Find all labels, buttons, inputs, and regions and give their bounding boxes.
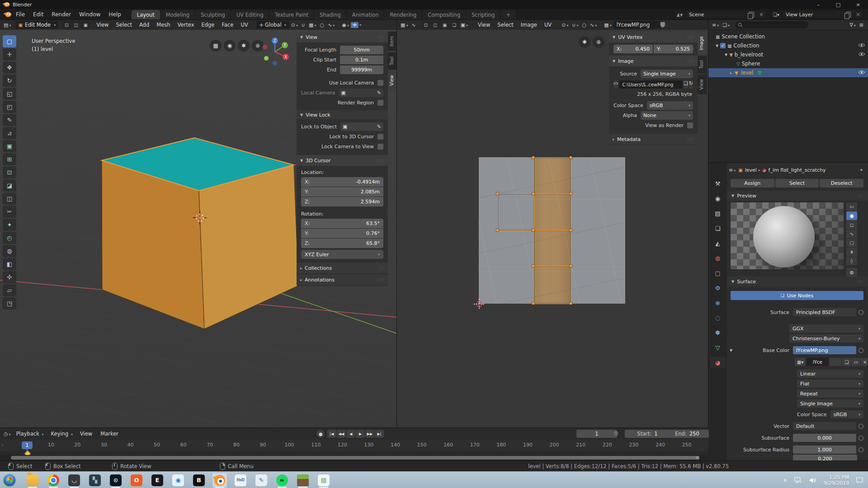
pan-view-icon[interactable]: ✱ bbox=[579, 36, 590, 48]
playhead-frame-badge[interactable]: 1 bbox=[22, 441, 33, 449]
current-frame-field[interactable]: 1 bbox=[576, 430, 617, 438]
cursor-location-x[interactable]: X:-0.4914m bbox=[301, 177, 383, 187]
view-lock-header[interactable]: ▼View Lock bbox=[297, 110, 388, 119]
zoom-view-icon[interactable]: ⊕ bbox=[593, 36, 604, 48]
image-datablock-icon[interactable]: ▭ bbox=[613, 80, 618, 89]
interpolation-dropdown[interactable]: Linear▾ bbox=[797, 370, 863, 378]
viewport-menu-add[interactable]: Add bbox=[136, 21, 153, 29]
tool-rip-region[interactable]: ◳ bbox=[3, 297, 16, 310]
uv-face-0[interactable] bbox=[533, 157, 571, 194]
tool-transform[interactable]: ◰ bbox=[3, 101, 16, 113]
cursor-rotation-z[interactable]: Z:65.8° bbox=[301, 239, 383, 248]
transport-button-prev-keyframe[interactable]: ◀◀ bbox=[337, 430, 346, 438]
cursor-location-y[interactable]: Y:2.085m bbox=[301, 187, 383, 197]
surface-shader-field[interactable]: Principled BSDF bbox=[793, 308, 856, 316]
uv-vertex-11[interactable] bbox=[570, 302, 572, 305]
menu-item-window[interactable]: Window bbox=[75, 10, 104, 19]
frame-end-field[interactable]: End:250 bbox=[665, 430, 709, 438]
new-scene-icon[interactable] bbox=[749, 12, 754, 18]
properties-tab-data[interactable]: ▽ bbox=[710, 342, 726, 353]
expand-icon[interactable]: ▼ bbox=[725, 53, 727, 57]
properties-tab-world[interactable]: ◍ bbox=[710, 253, 726, 263]
outliner-row-collection[interactable]: ▼ ✓ ▦ Collection bbox=[708, 41, 868, 50]
cursor-panel-header[interactable]: ▼3D Cursor:::: bbox=[297, 155, 388, 166]
minimize-button[interactable]: – bbox=[808, 0, 828, 9]
network-icon[interactable] bbox=[794, 477, 802, 483]
image-source-dropdown[interactable]: Single Image▾ bbox=[641, 70, 693, 78]
proportional-falloff-icon[interactable]: ∿▾ bbox=[588, 22, 599, 28]
image-panel-header[interactable]: ▼Image:::: bbox=[609, 56, 698, 66]
viewport-menu-view[interactable]: View bbox=[93, 21, 112, 29]
cursor-rotation-y[interactable]: Y:0.76° bbox=[301, 229, 383, 238]
menu-item-file[interactable]: File bbox=[12, 10, 29, 19]
subsurface-radius-slider-1[interactable]: 1.000 bbox=[793, 446, 856, 454]
subsurface-method-dropdown[interactable]: Christensen-Burley▾ bbox=[789, 334, 863, 343]
outliner-row-b-levelroot[interactable]: ▼ ▼ b_levelroot bbox=[708, 50, 868, 59]
uv-vertex-1[interactable] bbox=[570, 156, 572, 159]
new-collection-icon[interactable]: ⊞ bbox=[858, 22, 865, 28]
menu-item-help[interactable]: Help bbox=[104, 10, 125, 19]
workspace-tab-texture-paint[interactable]: Texture Paint bbox=[269, 10, 314, 20]
image-browse-icon[interactable]: ▦▾ bbox=[602, 22, 613, 28]
workspace-tab-layout[interactable]: Layout bbox=[132, 10, 160, 20]
select-mode-face[interactable]: ▣ bbox=[81, 21, 90, 29]
filter-funnel-icon[interactable]: ∇▾ bbox=[848, 22, 857, 28]
gizmo-toggle-icon[interactable]: ✛ bbox=[351, 22, 359, 28]
tool-measure[interactable]: ⊿ bbox=[3, 127, 16, 139]
lock-to-3d-cursor-checkbox[interactable] bbox=[377, 134, 383, 140]
preview-type-preview-cube[interactable]: ◻ bbox=[846, 221, 857, 229]
record-button[interactable]: ● bbox=[316, 430, 325, 438]
properties-tab-constraints[interactable]: ⊗ bbox=[710, 297, 726, 308]
workspace-tab-shading[interactable]: Shading bbox=[314, 10, 347, 20]
image-source-dropdown[interactable]: Single Image▾ bbox=[797, 399, 863, 408]
taskbar-app-origin[interactable]: O bbox=[129, 473, 144, 488]
expand-icon[interactable]: ▸ bbox=[730, 71, 732, 75]
vector-field[interactable]: Default bbox=[793, 422, 856, 430]
visibility-dropdown-icon[interactable]: ◉▾ bbox=[340, 22, 351, 28]
render-region-checkbox[interactable] bbox=[377, 100, 383, 106]
projection-dropdown[interactable]: Flat▾ bbox=[797, 380, 863, 388]
timeline-scrollbar[interactable] bbox=[0, 455, 708, 460]
outliner-row-level[interactable]: ▸ ▼ level ▽ bbox=[708, 68, 868, 77]
transport-button-jump-to-end[interactable]: ▶| bbox=[375, 430, 384, 438]
timeline-menu-keying[interactable]: Keying ▾ bbox=[47, 430, 76, 438]
tool-scale[interactable]: ◱ bbox=[3, 88, 16, 100]
maximize-button[interactable]: □ bbox=[828, 0, 848, 9]
gizmo-dropdown-icon[interactable]: ▾ bbox=[359, 23, 361, 27]
viewport-menu-uv[interactable]: UV bbox=[237, 21, 251, 29]
tool-smooth[interactable]: ◍ bbox=[3, 245, 16, 257]
taskbar-clock[interactable]: 1:25 PM 9/29/2019 bbox=[824, 474, 849, 486]
editor-type-icon[interactable]: ▦▾ bbox=[399, 22, 410, 28]
tool-rotate[interactable]: ↻ bbox=[3, 75, 16, 87]
tool-loop-cut[interactable]: ◫ bbox=[3, 192, 16, 205]
proportional-editing-icon[interactable]: ○ bbox=[318, 22, 326, 28]
transport-button-jump-to-start[interactable]: |◀ bbox=[327, 430, 336, 438]
timeline-menu-view[interactable]: View bbox=[76, 430, 97, 438]
fake-user-shield-icon[interactable] bbox=[829, 358, 842, 366]
taskbar-app-spotify[interactable]: ≈ bbox=[275, 473, 289, 488]
select-mode-edge[interactable]: ◫ bbox=[71, 21, 80, 29]
local-camera-field[interactable]: ▣✎ bbox=[339, 89, 383, 97]
expand-icon[interactable]: ▼ bbox=[716, 44, 718, 48]
tool-annotate[interactable]: ✎ bbox=[3, 114, 16, 126]
menu-item-render[interactable]: Render bbox=[47, 10, 75, 19]
uv-face-4[interactable] bbox=[497, 193, 534, 231]
mode-dropdown[interactable]: ▣ Edit Mode ▾ bbox=[15, 21, 58, 29]
taskbar-app-ubisoft[interactable]: ◉ bbox=[171, 473, 185, 488]
uv-menu-image[interactable]: Image bbox=[517, 21, 541, 29]
uv-vertex-0[interactable] bbox=[532, 156, 534, 159]
hide-eye-icon[interactable] bbox=[858, 42, 865, 49]
reload-image-icon[interactable]: ↻ bbox=[689, 80, 693, 89]
uv-menu-select[interactable]: Select bbox=[494, 21, 517, 29]
properties-tab-render[interactable]: ◉ bbox=[710, 193, 726, 204]
workspace-tab-compositing[interactable]: Compositing bbox=[422, 10, 466, 20]
close-button[interactable]: × bbox=[848, 0, 868, 9]
pivot-point-icon[interactable]: ⊙▾ bbox=[289, 22, 300, 28]
surface-panel-header[interactable]: ▼Surface:::: bbox=[727, 277, 868, 286]
hide-eye-icon[interactable] bbox=[858, 70, 865, 76]
uv-vertex-9[interactable] bbox=[570, 265, 572, 267]
image-datablock-name[interactable]: lYce bbox=[806, 358, 829, 366]
unlink-icon[interactable]: × bbox=[861, 358, 868, 366]
taskbar-app-b-app[interactable]: B bbox=[192, 473, 206, 488]
subsurface-slider[interactable]: 0.000 bbox=[793, 434, 856, 442]
